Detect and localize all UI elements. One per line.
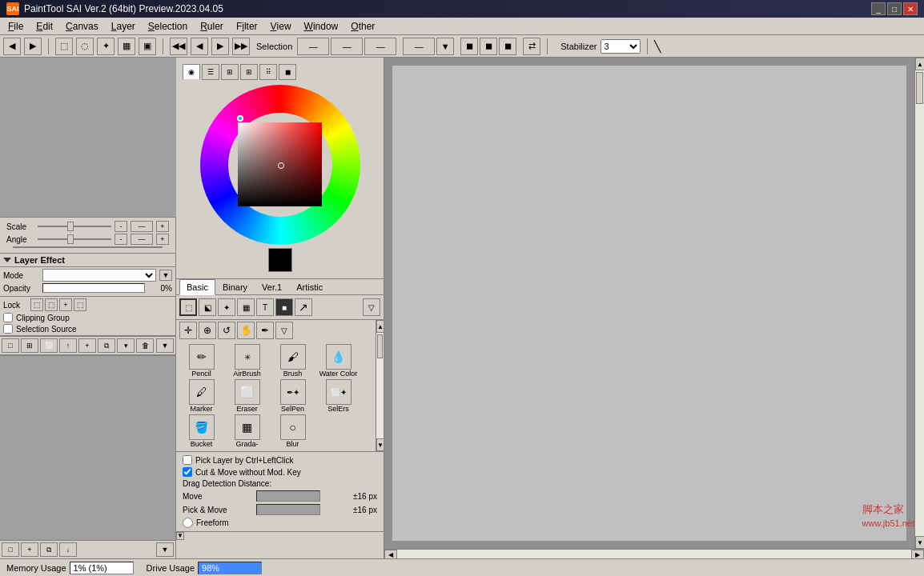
layer-up-btn[interactable]: ↑: [59, 338, 77, 353]
eraser-icon-btn[interactable]: ⬜: [235, 379, 260, 405]
menu-canvas[interactable]: Canvas: [59, 18, 105, 34]
toolbar-select-free[interactable]: ◌: [76, 38, 94, 55]
mode-dropdown[interactable]: [42, 269, 156, 282]
quick-sel-rect[interactable]: ⬚: [179, 298, 197, 316]
tb-4[interactable]: ▶▶: [232, 38, 250, 55]
color-square[interactable]: [238, 122, 322, 206]
color-wheel-container[interactable]: [200, 85, 360, 245]
sel-extra-1[interactable]: ◼: [460, 38, 478, 55]
quick-arrow[interactable]: ↗: [295, 298, 312, 316]
sel-btn-5[interactable]: ▼: [436, 38, 454, 55]
gradation-icon-btn[interactable]: ▦: [235, 414, 260, 440]
color-ring[interactable]: [200, 85, 360, 245]
brush-icon-btn[interactable]: 🖌: [280, 344, 306, 370]
angle-thumb[interactable]: [67, 234, 74, 244]
sel-btn-3[interactable]: —: [364, 38, 396, 55]
lb-2[interactable]: +: [21, 542, 38, 557]
middle-scroll-down[interactable]: ▼: [176, 532, 184, 540]
lb-expand[interactable]: ▼: [156, 542, 174, 557]
menu-other[interactable]: Other: [344, 18, 381, 34]
sel-extra-3[interactable]: ◼: [499, 38, 516, 55]
menu-edit[interactable]: Edit: [30, 18, 59, 34]
eyedrop-tool-btn[interactable]: ✒: [256, 322, 274, 339]
title-buttons[interactable]: _ □ ✕: [871, 2, 918, 15]
move-tool-btn[interactable]: ✛: [179, 322, 197, 339]
nav-back-button[interactable]: ◀: [3, 38, 21, 55]
tab-basic[interactable]: Basic: [179, 279, 215, 295]
layer-copy-btn[interactable]: ⧉: [98, 338, 115, 353]
tb-2[interactable]: ◀: [191, 38, 208, 55]
freeform-radio[interactable]: [183, 518, 193, 528]
quick-wand[interactable]: ✦: [218, 298, 235, 316]
hand-tool-btn[interactable]: ✋: [237, 322, 255, 339]
opacity-slider[interactable]: [42, 283, 145, 293]
color-mode-wheel[interactable]: ◉: [183, 64, 200, 80]
quick-color-black[interactable]: ■: [275, 298, 293, 316]
extra-tool-btn[interactable]: ▽: [275, 322, 293, 339]
selers-icon-btn[interactable]: ⬜✦: [326, 379, 352, 405]
minimize-button[interactable]: _: [871, 2, 886, 15]
tab-ver1[interactable]: Ver.1: [255, 279, 289, 294]
color-mode-grid[interactable]: ⊞: [240, 64, 258, 80]
menu-window[interactable]: Window: [298, 18, 345, 34]
scale-inc[interactable]: +: [156, 221, 169, 232]
cvscroll-up[interactable]: ▲: [915, 58, 924, 70]
layer-group-btn[interactable]: ⊞: [21, 338, 38, 353]
tb-3[interactable]: ▶: [211, 38, 229, 55]
menu-ruler[interactable]: Ruler: [194, 18, 230, 34]
menu-layer[interactable]: Layer: [105, 18, 142, 34]
layer-effect-header[interactable]: Layer Effect: [3, 255, 172, 265]
vscroll-thumb[interactable]: [377, 334, 383, 358]
stabilizer-select[interactable]: 3 1 2 4 5: [601, 39, 641, 54]
cut-move-checkbox[interactable]: [183, 467, 192, 477]
maximize-button[interactable]: □: [887, 2, 902, 15]
color-mode-extra[interactable]: ◼: [279, 64, 296, 80]
color-mode-dots[interactable]: ⠿: [259, 64, 277, 80]
sel-btn-2[interactable]: —: [331, 38, 363, 55]
lock-btn-4[interactable]: ⬚: [74, 298, 86, 311]
lock-btn-2[interactable]: ⬚: [45, 298, 58, 311]
selpen-icon-btn[interactable]: ✒✦: [280, 379, 306, 405]
quick-fill[interactable]: ▦: [237, 298, 255, 316]
cvscroll-thumb[interactable]: [916, 72, 923, 104]
scale-dec[interactable]: -: [114, 221, 127, 232]
move-drag-slider[interactable]: [256, 490, 320, 502]
menu-filter[interactable]: Filter: [230, 18, 264, 34]
toolbar-swap[interactable]: ⇄: [523, 38, 540, 55]
sel-btn-1[interactable]: —: [297, 38, 329, 55]
lb-3[interactable]: ⧉: [40, 542, 58, 557]
toolbar-select-rect[interactable]: ⬚: [55, 38, 73, 55]
lb-1[interactable]: □: [2, 542, 19, 557]
layer-new-btn[interactable]: □: [2, 338, 19, 353]
menu-file[interactable]: File: [2, 18, 30, 34]
canvas-workspace[interactable]: 脚本之家 www.jb51.net: [384, 58, 914, 549]
rotate-tool-btn[interactable]: ↺: [218, 322, 235, 339]
color-preview-box[interactable]: [268, 248, 292, 272]
tb-1[interactable]: ◀◀: [170, 38, 187, 55]
tab-artistic[interactable]: Artistic: [289, 279, 330, 294]
angle-inc[interactable]: +: [156, 234, 169, 245]
selection-source-checkbox[interactable]: [3, 324, 13, 334]
quick-extra[interactable]: ▽: [363, 298, 380, 316]
layer-expand-btn[interactable]: ▼: [156, 338, 174, 353]
nav-forward-button[interactable]: ▶: [24, 38, 42, 55]
layer-add-btn[interactable]: +: [78, 338, 96, 353]
clipping-group-checkbox[interactable]: [3, 313, 13, 322]
sel-extra-2[interactable]: ◼: [480, 38, 497, 55]
pick-move-slider[interactable]: [256, 504, 320, 515]
chscroll-right[interactable]: ▶: [911, 550, 924, 558]
zoom-tool-btn[interactable]: ⊕: [199, 322, 216, 339]
menu-selection[interactable]: Selection: [142, 18, 194, 34]
pick-layer-checkbox[interactable]: [183, 455, 192, 465]
marker-icon-btn[interactable]: 🖊: [189, 379, 215, 405]
watercolor-icon-btn[interactable]: 💧: [326, 344, 352, 370]
layer-delete-btn[interactable]: 🗑: [136, 338, 154, 353]
sel-btn-4[interactable]: —: [403, 38, 435, 55]
layer-mask-btn[interactable]: ⬜: [40, 338, 58, 353]
lock-btn-3[interactable]: +: [59, 298, 72, 311]
angle-dec[interactable]: -: [114, 234, 127, 245]
close-button[interactable]: ✕: [903, 2, 918, 15]
quick-sel-free[interactable]: ⬕: [199, 298, 216, 316]
mode-expand[interactable]: ▼: [159, 270, 172, 281]
toolbar-select-magic[interactable]: ✦: [97, 38, 114, 55]
